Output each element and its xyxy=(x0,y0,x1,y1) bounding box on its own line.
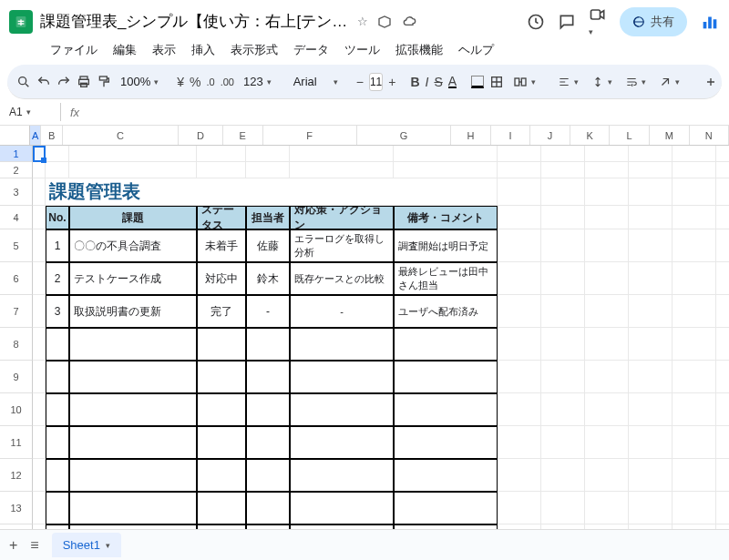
cell[interactable] xyxy=(716,206,729,229)
td-no[interactable] xyxy=(46,361,69,393)
menu-data[interactable]: データ xyxy=(287,39,335,61)
cell[interactable] xyxy=(541,426,585,459)
cell[interactable] xyxy=(498,262,541,295)
menu-format[interactable]: 表示形式 xyxy=(224,39,284,61)
cell[interactable] xyxy=(541,262,585,295)
menu-help[interactable]: ヘルプ xyxy=(452,39,500,61)
cell[interactable] xyxy=(33,426,46,459)
cell[interactable] xyxy=(69,146,197,162)
cell[interactable] xyxy=(197,146,246,162)
spreadsheet-grid[interactable]: ABCDEFGHIJKLMN 123456789101112131415 課題管… xyxy=(0,126,729,560)
col-header-E[interactable]: E xyxy=(223,126,263,145)
td-status[interactable] xyxy=(197,361,246,393)
td-no[interactable] xyxy=(46,426,69,459)
cell[interactable] xyxy=(541,328,585,361)
col-header-N[interactable]: N xyxy=(690,126,730,145)
row-header-1[interactable]: 1 xyxy=(0,146,33,162)
cell[interactable] xyxy=(246,146,290,162)
col-header-A[interactable]: A xyxy=(30,126,42,145)
cell[interactable] xyxy=(33,393,46,426)
td-issue[interactable]: 取扱説明書の更新 xyxy=(69,295,197,328)
cell[interactable] xyxy=(716,262,729,295)
menu-edit[interactable]: 編集 xyxy=(107,39,143,61)
td-no[interactable]: 1 xyxy=(46,229,69,262)
td-owner[interactable]: 鈴木 xyxy=(246,262,290,295)
td-no[interactable] xyxy=(46,492,69,524)
td-action[interactable]: 既存ケースとの比較 xyxy=(290,262,394,295)
cell[interactable] xyxy=(629,459,673,492)
cell[interactable] xyxy=(498,426,541,459)
bold-icon[interactable]: B xyxy=(410,71,419,93)
td-owner[interactable]: - xyxy=(246,295,290,328)
row-header-10[interactable]: 10 xyxy=(0,393,33,426)
row-header-6[interactable]: 6 xyxy=(0,262,33,295)
analytics-icon[interactable] xyxy=(700,12,720,32)
td-owner[interactable] xyxy=(246,328,290,361)
col-header-L[interactable]: L xyxy=(610,126,650,145)
cell[interactable] xyxy=(498,361,541,393)
cell[interactable] xyxy=(673,361,716,393)
print-icon[interactable] xyxy=(77,71,91,93)
cell[interactable] xyxy=(716,178,729,206)
th-owner[interactable]: 担当者 xyxy=(246,206,290,229)
cell[interactable] xyxy=(673,262,716,295)
cell[interactable] xyxy=(541,295,585,328)
td-status[interactable] xyxy=(197,328,246,361)
cell[interactable] xyxy=(673,162,716,178)
cell[interactable] xyxy=(673,393,716,426)
cell[interactable] xyxy=(498,229,541,262)
td-action[interactable] xyxy=(290,393,394,426)
td-owner[interactable] xyxy=(246,393,290,426)
td-issue[interactable] xyxy=(69,492,197,524)
cell[interactable] xyxy=(629,328,673,361)
add-sheet-button[interactable]: + xyxy=(9,537,17,554)
align-icon[interactable]: ▾ xyxy=(554,74,582,90)
cell[interactable] xyxy=(629,393,673,426)
strikethrough-icon[interactable]: S xyxy=(434,71,442,93)
paint-format-icon[interactable] xyxy=(97,71,111,93)
cell[interactable] xyxy=(33,328,46,361)
row-header-2[interactable]: 2 xyxy=(0,162,33,178)
td-status[interactable] xyxy=(197,459,246,492)
td-no[interactable]: 3 xyxy=(46,295,69,328)
font-size-plus[interactable]: + xyxy=(388,71,395,93)
sheets-logo[interactable] xyxy=(9,10,33,34)
td-action[interactable] xyxy=(290,492,394,524)
fill-color-icon[interactable] xyxy=(471,71,484,93)
search-menus-icon[interactable] xyxy=(16,71,31,93)
col-header-M[interactable]: M xyxy=(650,126,690,145)
td-status[interactable] xyxy=(197,393,246,426)
td-action[interactable] xyxy=(290,328,394,361)
cell[interactable] xyxy=(394,162,498,178)
cell[interactable] xyxy=(629,426,673,459)
cell[interactable] xyxy=(716,328,729,361)
cell[interactable] xyxy=(498,295,541,328)
cell[interactable] xyxy=(585,262,629,295)
col-header-I[interactable]: I xyxy=(491,126,531,145)
td-no[interactable]: 2 xyxy=(46,262,69,295)
cell[interactable] xyxy=(716,146,729,162)
formula-bar[interactable] xyxy=(87,103,720,121)
menu-tools[interactable]: ツール xyxy=(338,39,386,61)
valign-icon[interactable]: ▾ xyxy=(588,74,616,90)
td-issue[interactable] xyxy=(69,459,197,492)
td-note[interactable] xyxy=(394,459,498,492)
col-header-D[interactable]: D xyxy=(179,126,223,145)
col-header-G[interactable]: G xyxy=(357,126,451,145)
cell[interactable] xyxy=(673,206,716,229)
cell[interactable] xyxy=(33,295,46,328)
td-action[interactable] xyxy=(290,459,394,492)
td-issue[interactable]: テストケース作成 xyxy=(69,262,197,295)
cell[interactable] xyxy=(541,146,585,162)
th-status[interactable]: ステータス xyxy=(197,206,246,229)
cell[interactable] xyxy=(585,393,629,426)
col-header-B[interactable]: B xyxy=(41,126,63,145)
meet-icon[interactable]: ▾ xyxy=(589,5,607,37)
cell[interactable] xyxy=(629,178,673,206)
number-format-select[interactable]: 123▾ xyxy=(240,73,275,90)
menu-file[interactable]: ファイル xyxy=(44,39,104,61)
td-no[interactable] xyxy=(46,393,69,426)
move-icon[interactable] xyxy=(377,15,392,29)
cell[interactable] xyxy=(585,492,629,524)
italic-icon[interactable]: I xyxy=(426,71,429,93)
